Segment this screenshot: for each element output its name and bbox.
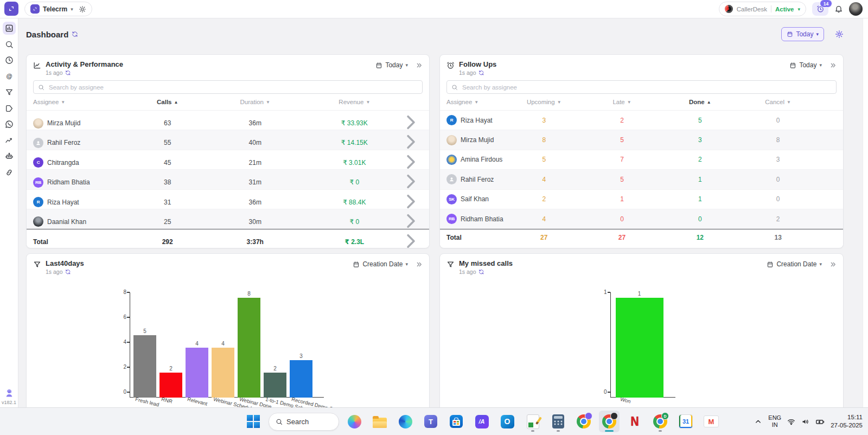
taskbar-outlook[interactable]: O	[497, 411, 518, 432]
panel-date-filter[interactable]: Today▾	[789, 61, 822, 69]
page-refresh-icon[interactable]	[72, 31, 78, 37]
taskbar-search[interactable]: Search	[269, 413, 339, 431]
taskbar-google-calendar[interactable]: 31	[675, 411, 696, 432]
expand-panel-icon[interactable]	[416, 261, 423, 268]
sidebar-item-bot[interactable]	[3, 150, 16, 163]
workspace-settings-icon[interactable]	[79, 5, 86, 13]
search-assignee-input[interactable]	[461, 84, 836, 91]
column-header-cancel[interactable]: Cancel▼	[739, 99, 817, 105]
workspace-switcher[interactable]: Telecrm ▾	[24, 2, 92, 16]
bar[interactable]	[264, 373, 286, 398]
funnel-icon	[5, 88, 14, 97]
table-row[interactable]: Daanial Khan2530m₹ 0	[27, 209, 429, 229]
sidebar-item-dashboard[interactable]	[3, 22, 16, 35]
sidebar-item-tags[interactable]	[3, 102, 16, 115]
bar[interactable]	[238, 298, 260, 398]
refresh-icon[interactable]	[65, 269, 71, 275]
taskbar-slash-a-app[interactable]: /A	[471, 411, 492, 432]
table-row[interactable]: Mirza Mujid8538	[440, 130, 843, 150]
language-indicator[interactable]: ENGIN	[768, 414, 781, 428]
volume-icon[interactable]	[801, 418, 809, 426]
sidebar-item-integrations[interactable]	[3, 166, 16, 179]
refresh-icon[interactable]	[65, 70, 71, 76]
tray-overflow-chevron-icon[interactable]	[754, 418, 762, 426]
panel-date-filter[interactable]: Today▾	[375, 61, 408, 69]
notifications-bell-icon[interactable]	[834, 5, 843, 14]
battery-icon[interactable]	[815, 417, 825, 426]
sidebar-item-search[interactable]	[3, 38, 16, 51]
cell-cancel: 0	[739, 176, 817, 183]
column-header-revenue[interactable]: Revenue▼	[310, 99, 399, 105]
table-row[interactable]: SKSaif Khan2110	[440, 190, 843, 209]
taskbar-start[interactable]	[243, 411, 264, 432]
total-row[interactable]: Total27271213	[440, 229, 843, 245]
dashboard-settings-icon[interactable]	[835, 30, 844, 39]
cell-revenue: ₹ 3.01K	[310, 159, 399, 167]
expand-panel-icon[interactable]	[829, 62, 837, 69]
assignee-name: Amina Firdous	[461, 156, 502, 163]
bar[interactable]	[212, 348, 234, 398]
expand-panel-icon[interactable]	[416, 62, 423, 69]
bar[interactable]	[616, 298, 663, 398]
panel-date-filter[interactable]: Creation Date▾	[767, 260, 822, 268]
table-row[interactable]: Amina Firdous5723	[440, 150, 843, 170]
expand-panel-icon[interactable]	[829, 261, 837, 268]
column-header-upcoming[interactable]: Upcoming▼	[505, 99, 583, 105]
taskbar-notes-editor[interactable]	[522, 411, 543, 432]
sidebar-item-analytics[interactable]	[3, 134, 16, 147]
sidebar-item-filters[interactable]	[3, 86, 16, 99]
table-row[interactable]: Rahil Feroz5540m₹ 14.15K	[27, 130, 429, 150]
column-header-calls[interactable]: Calls▲	[135, 99, 201, 105]
column-header-done[interactable]: Done▲	[661, 99, 739, 105]
notes-editor-icon	[527, 414, 539, 429]
bar[interactable]	[159, 373, 182, 398]
taskbar-chrome-profile-3[interactable]: D	[650, 411, 671, 432]
sidebar-item-mentions[interactable]: @	[3, 70, 16, 83]
bar[interactable]	[186, 348, 208, 398]
taskbar-copilot[interactable]	[344, 411, 365, 432]
divider	[771, 5, 771, 12]
table-row[interactable]: RBRidham Bhatia4002	[440, 209, 843, 229]
search-assignee-input[interactable]	[48, 84, 422, 91]
taskbar-chrome-profile-1[interactable]	[573, 411, 594, 432]
table-row[interactable]: RBRidham Bhatia3831m₹ 0	[27, 170, 429, 189]
taskbar-ms-store[interactable]	[446, 411, 467, 432]
global-date-filter-button[interactable]: Today▾	[781, 27, 824, 41]
taskbar-netflix[interactable]: N	[624, 411, 645, 432]
panel-date-filter[interactable]: Creation Date▾	[353, 260, 408, 268]
support-agent-icon[interactable]	[4, 388, 14, 398]
telecrm-logo-icon[interactable]	[4, 2, 18, 16]
table-row[interactable]: Rahil Feroz4510	[440, 170, 843, 189]
sidebar-item-recent[interactable]	[3, 54, 16, 67]
taskbar-calculator[interactable]	[548, 411, 569, 432]
table-row[interactable]: CChitrangda4521m₹ 3.01K	[27, 150, 429, 170]
table-row[interactable]: RRiza Hayat3250	[440, 111, 843, 130]
refresh-icon[interactable]	[478, 269, 484, 275]
bar[interactable]	[290, 360, 312, 398]
total-row[interactable]: Total2923:37h₹ 2.3L	[27, 229, 429, 245]
sidebar-item-whatsapp[interactable]	[3, 118, 16, 131]
page-scrollbar[interactable]	[863, 18, 868, 408]
taskbar-gmail[interactable]: M	[701, 411, 722, 432]
wifi-icon[interactable]	[787, 418, 795, 426]
reminders-button[interactable]: 14	[812, 2, 828, 16]
taskbar-edge[interactable]	[395, 411, 416, 432]
table-row[interactable]: Mirza Mujid6336m₹ 33.93K	[27, 111, 429, 130]
column-header-late[interactable]: Late▼	[583, 99, 661, 105]
taskbar-teams[interactable]: T	[420, 411, 441, 432]
taskbar-clock[interactable]: 15:1127-05-2025	[831, 413, 863, 430]
at-sign-icon: @	[5, 72, 14, 81]
user-avatar[interactable]	[849, 2, 863, 16]
bar[interactable]	[133, 335, 156, 398]
store-bag-icon	[452, 420, 460, 426]
taskbar-chrome-profile-2[interactable]	[599, 411, 620, 432]
callerdesk-status[interactable]: CallerDesk Active ▾	[719, 2, 806, 16]
column-header-assignee[interactable]: Assignee▼	[33, 99, 135, 105]
refresh-icon[interactable]	[478, 70, 484, 76]
column-header-duration[interactable]: Duration▼	[201, 99, 310, 105]
table-row[interactable]: RRiza Hayat3136m₹ 88.4K	[27, 190, 429, 209]
column-header-assignee[interactable]: Assignee▼	[446, 99, 505, 105]
row-chevron-icon[interactable]	[399, 229, 423, 248]
taskbar-file-explorer[interactable]	[369, 411, 390, 432]
whatsapp-icon	[5, 120, 14, 129]
